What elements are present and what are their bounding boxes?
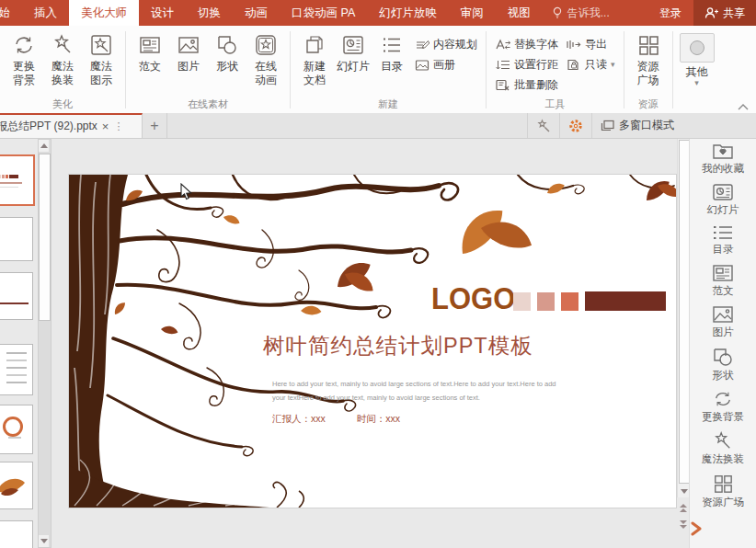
close-icon[interactable]: × xyxy=(102,120,109,133)
new-tab-button[interactable]: + xyxy=(143,113,167,138)
logo-text[interactable]: LOGO xyxy=(431,281,515,317)
online-shapes-button[interactable]: 形状 xyxy=(208,29,246,74)
sidebar-item-label: 图片 xyxy=(713,325,734,339)
ribbon-tab-bar: 开始 插入 美化大师 设计 切换 动画 口袋动画 PA 幻灯片放映 审阅 视图 … xyxy=(0,0,756,26)
ribbon-group-other: 其他 ▾ xyxy=(673,26,721,113)
next-slide-button[interactable] xyxy=(678,518,689,531)
sidebar-item-shapes[interactable]: 形状 xyxy=(712,347,734,382)
slide-title[interactable]: 树叶简约总结计划PPT模板 xyxy=(263,331,533,360)
tab-animation[interactable]: 动画 xyxy=(233,0,280,26)
workspace-scrollbar[interactable] xyxy=(677,139,690,497)
tab-design[interactable]: 设计 xyxy=(139,0,186,26)
sidebar-item-resource-plaza[interactable]: 资源广场 xyxy=(702,474,744,509)
change-background-button[interactable]: 更换背景 xyxy=(5,29,43,87)
tab-insert[interactable]: 插入 xyxy=(22,0,69,26)
sidebar-item-slides[interactable]: 幻灯片 xyxy=(707,183,739,217)
sidebar-item-toc[interactable]: 目录 xyxy=(712,224,734,257)
new-document-button[interactable]: 新建文档 xyxy=(295,29,334,87)
resource-plaza-button[interactable]: 资源广场 xyxy=(629,29,668,87)
slide-footer[interactable]: 汇报人：xxx 时间：xxx xyxy=(272,413,400,426)
thumbnail-slide-3[interactable] xyxy=(0,272,33,320)
slide-editing-area: LOGO 树叶简约总结计划PPT模板 Here to add your text… xyxy=(53,139,690,548)
tab-slideshow[interactable]: 幻灯片放映 xyxy=(367,0,449,26)
sidebar-item-magic-dress[interactable]: 魔法换装 xyxy=(702,431,744,466)
slide-chart-icon xyxy=(712,183,734,201)
document-tab-title: 报总结PPT (92).pptx xyxy=(0,119,97,134)
magic-chart-button[interactable]: 魔法图示 xyxy=(82,29,120,87)
line-spacing-button[interactable]: 设置行距 xyxy=(495,57,558,73)
content-plan-button[interactable]: 内容规划 xyxy=(415,37,477,52)
collapse-ribbon-button[interactable] xyxy=(738,104,749,110)
dropdown-caret-icon: ▾ xyxy=(611,61,615,69)
thumbnail-slide-1-selected[interactable] xyxy=(0,154,35,206)
tab-review[interactable]: 审阅 xyxy=(449,0,496,26)
sample-docs-button[interactable]: 范文 xyxy=(131,29,169,74)
document-tab-bar: 报总结PPT (92).pptx × ⋮ + 多窗口模式 xyxy=(0,113,756,139)
thumbnail-slide-6[interactable] xyxy=(0,462,33,509)
sidebar-item-sample-docs[interactable]: 范文 xyxy=(712,264,734,298)
new-slide-button[interactable]: 幻灯片 xyxy=(334,29,372,74)
scrollbar-thumb[interactable] xyxy=(39,154,51,321)
button-label: 其他 xyxy=(686,65,708,79)
settings-gear-button[interactable] xyxy=(559,113,591,138)
thumbnail-slide-2[interactable] xyxy=(0,217,33,261)
multi-window-mode-button[interactable]: 多窗口模式 xyxy=(591,113,682,138)
tab-label: 插入 xyxy=(34,6,57,21)
more-icon[interactable]: ⋮ xyxy=(113,120,123,132)
login-button[interactable]: 登录 xyxy=(647,0,693,26)
other-button[interactable]: 其他 ▾ xyxy=(678,29,716,87)
lightbulb-icon xyxy=(552,6,563,19)
sidebar-item-label: 资源广场 xyxy=(702,496,744,509)
button-label: 画册 xyxy=(433,57,455,73)
thumbnail-scrollbar[interactable] xyxy=(38,139,52,548)
export-button[interactable]: 导出 xyxy=(566,37,615,52)
tab-label: 动画 xyxy=(245,6,268,21)
scroll-up-button[interactable] xyxy=(39,140,49,152)
slide-canvas[interactable]: LOGO 树叶简约总结计划PPT模板 Here to add your text… xyxy=(69,175,676,508)
thumbnail-slide-7[interactable] xyxy=(0,520,33,548)
tell-me-search[interactable]: 告诉我... xyxy=(543,0,619,26)
button-label: 设置行距 xyxy=(514,57,558,73)
replace-font-button[interactable]: 替换字体 xyxy=(495,37,558,52)
circle-icon xyxy=(690,40,704,55)
ribbon-group-online-material: 范文 图片 形状 在线 xyxy=(126,26,290,113)
previous-slide-button[interactable] xyxy=(678,501,689,514)
document-tab[interactable]: 报总结PPT (92).pptx × ⋮ xyxy=(0,113,143,138)
reporter-text: 汇报人：xxx xyxy=(272,413,326,426)
thumbnail-slide-5[interactable] xyxy=(0,405,33,454)
slide-body-text[interactable]: Here to add your text, mainly to avoid l… xyxy=(272,378,614,405)
tab-label: 口袋动画 PA xyxy=(292,6,355,21)
list-icon xyxy=(380,33,404,60)
multi-window-label: 多窗口模式 xyxy=(619,118,674,133)
share-button[interactable]: 共享 xyxy=(693,0,756,26)
sidebar-item-label: 我的收藏 xyxy=(702,162,744,176)
album-button[interactable]: 画册 xyxy=(415,57,477,73)
online-pictures-button[interactable]: 图片 xyxy=(169,29,208,74)
list-icon xyxy=(712,224,734,241)
group-label-online-material: 在线素材 xyxy=(131,97,285,113)
tab-label: 开始 xyxy=(0,6,10,21)
readonly-button[interactable]: 只读 ▾ xyxy=(566,57,615,73)
swatch-bar-dark xyxy=(585,291,666,311)
batch-delete-button[interactable]: 批量删除 xyxy=(495,77,558,93)
magic-dress-button[interactable]: 魔法换装 xyxy=(43,29,82,87)
beautify-wand-button[interactable] xyxy=(527,113,559,138)
tab-pocket-animation[interactable]: 口袋动画 PA xyxy=(280,0,367,26)
tab-label: 设计 xyxy=(151,6,174,21)
folder-heart-icon xyxy=(712,142,734,160)
sidebar-item-pictures[interactable]: 图片 xyxy=(712,305,734,339)
toc-button[interactable]: 目录 xyxy=(372,29,411,74)
online-animation-button[interactable]: 在线动画 xyxy=(246,29,285,87)
scroll-down-button[interactable] xyxy=(679,485,689,497)
sidebar-item-favorites[interactable]: 我的收藏 xyxy=(702,142,744,176)
sidebar-expand-button[interactable] xyxy=(691,521,704,536)
scroll-down-button[interactable] xyxy=(39,535,49,547)
tab-view[interactable]: 视图 xyxy=(496,0,543,26)
tab-beautify-master[interactable]: 美化大师 xyxy=(69,0,139,26)
sidebar-item-change-background[interactable]: 更换背景 xyxy=(702,390,744,424)
tab-transition[interactable]: 切换 xyxy=(186,0,233,26)
tab-home[interactable]: 开始 xyxy=(0,0,22,26)
thumbnail-slide-4[interactable] xyxy=(0,344,33,395)
line-spacing-icon xyxy=(495,59,510,71)
tab-label: 视图 xyxy=(508,6,531,21)
